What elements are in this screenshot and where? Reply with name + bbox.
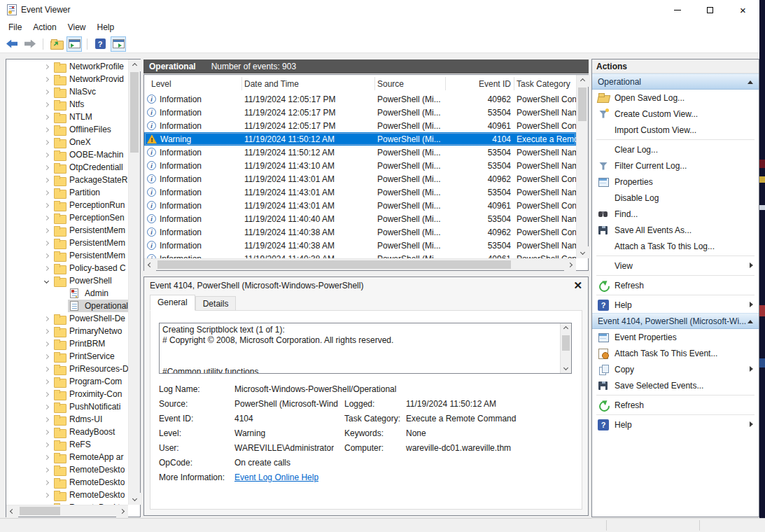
action-item-event-properties[interactable]: Event Properties — [592, 329, 759, 345]
tree-item-persistentmem[interactable]: PersistentMem — [6, 224, 128, 237]
scrollbar-thumb[interactable] — [20, 507, 60, 515]
chevron-right-icon[interactable] — [42, 216, 50, 220]
chevron-right-icon[interactable] — [42, 254, 50, 258]
column-divider[interactable] — [514, 77, 514, 90]
action-item-refresh[interactable]: Refresh — [592, 277, 759, 293]
chevron-right-icon[interactable] — [42, 481, 50, 484]
tree-item-remotedeskto[interactable]: RemoteDeskto — [6, 489, 128, 501]
column-divider[interactable] — [445, 77, 446, 90]
event-row[interactable]: iInformation11/19/2024 11:43:01 AMPowerS… — [144, 199, 576, 212]
tree-item-perceptionsen[interactable]: PerceptionSen — [6, 211, 128, 224]
column-header-eventid[interactable]: Event ID — [448, 75, 511, 92]
event-row[interactable]: iInformation11/19/2024 11:50:12 AMPowerS… — [144, 146, 576, 159]
chevron-right-icon[interactable] — [42, 241, 50, 245]
message-scrollbar[interactable] — [560, 323, 571, 373]
event-row[interactable]: iInformation11/19/2024 11:43:01 AMPowerS… — [144, 186, 576, 199]
action-item-refresh[interactable]: Refresh — [592, 397, 759, 413]
detail-close-icon[interactable]: ✕ — [573, 279, 582, 292]
scroll-down-button[interactable] — [129, 493, 141, 505]
chevron-right-icon[interactable] — [42, 166, 50, 169]
column-header-taskcategory[interactable]: Task Category — [517, 75, 576, 92]
submenu-arrow-icon[interactable] — [750, 302, 753, 307]
event-row[interactable]: iInformation11/19/2024 11:40:38 AMPowerS… — [144, 239, 576, 252]
show-console-tree-button[interactable] — [66, 36, 82, 52]
event-row[interactable]: !Warning11/19/2024 11:50:12 AMPowerShell… — [144, 132, 576, 146]
submenu-arrow-icon[interactable] — [750, 421, 753, 427]
tree-item-readyboost[interactable]: ReadyBoost — [6, 426, 128, 438]
action-item-save-all-events-as[interactable]: Save All Events As... — [592, 222, 759, 238]
action-item-view[interactable]: View — [592, 258, 759, 274]
chevron-right-icon[interactable] — [42, 141, 50, 144]
tree-item-primarynetwo[interactable]: PrimaryNetwo — [6, 325, 128, 337]
action-item-find[interactable]: Find... — [592, 206, 759, 222]
tab-general[interactable]: General — [150, 295, 195, 311]
chevron-right-icon[interactable] — [42, 103, 50, 106]
tree-horizontal-scrollbar[interactable] — [6, 505, 128, 517]
chevron-right-icon[interactable] — [42, 153, 50, 157]
collapse-arrow-icon[interactable] — [748, 320, 753, 323]
action-item-disable-log[interactable]: Disable Log — [592, 190, 759, 206]
action-item-properties[interactable]: Properties — [592, 174, 759, 190]
scroll-right-button[interactable] — [116, 505, 128, 517]
tree-item-oobe-machin[interactable]: OOBE-Machin — [6, 148, 128, 161]
chevron-right-icon[interactable] — [42, 204, 50, 207]
tab-details[interactable]: Details — [195, 296, 237, 311]
chevron-right-icon[interactable] — [42, 191, 50, 195]
tree-item-packagestater[interactable]: PackageStateR — [6, 174, 128, 186]
show-action-pane-button[interactable] — [111, 36, 126, 52]
column-divider[interactable] — [241, 77, 242, 90]
scroll-up-button[interactable] — [561, 323, 571, 334]
column-header-source[interactable]: Source — [377, 75, 444, 92]
action-item-create-custom-view[interactable]: Create Custom View... — [592, 106, 759, 122]
chevron-right-icon[interactable] — [42, 78, 50, 81]
menu-item-view[interactable]: View — [62, 20, 92, 34]
tree-item-nlasvc[interactable]: NlaSvc — [6, 85, 128, 98]
event-row[interactable]: iInformation11/19/2024 12:05:17 PMPowerS… — [144, 119, 576, 132]
help-button[interactable]: ? — [92, 36, 108, 52]
tree-item-pushnotificati[interactable]: PushNotificati — [6, 400, 128, 413]
action-item-save-selected-events[interactable]: Save Selected Events... — [592, 377, 759, 393]
chevron-right-icon[interactable] — [42, 342, 50, 346]
chevron-right-icon[interactable] — [42, 393, 50, 396]
tree-item-proximity-con[interactable]: Proximity-Con — [6, 388, 128, 400]
chevron-right-icon[interactable] — [42, 368, 50, 371]
tree-item-printservice[interactable]: PrintService — [6, 350, 128, 363]
tree-item-partition[interactable]: Partition — [6, 186, 128, 199]
tree-item-ntfs[interactable]: Ntfs — [6, 98, 128, 111]
action-item-import-custom-view[interactable]: Import Custom View... — [592, 122, 759, 138]
chevron-right-icon[interactable] — [42, 229, 50, 232]
chevron-right-icon[interactable] — [42, 178, 50, 182]
scrollbar-thumb[interactable] — [578, 88, 587, 121]
submenu-arrow-icon[interactable] — [750, 366, 753, 372]
actions-section-header[interactable]: Event 4104, PowerShell (Microsoft-Wi... — [592, 313, 759, 329]
tree-item-onex[interactable]: OneX — [6, 136, 128, 148]
scroll-left-button[interactable] — [6, 505, 18, 517]
column-header-level[interactable]: Level — [151, 75, 238, 92]
tree-item-remotedeskto[interactable]: RemoteDeskto — [6, 476, 128, 489]
chevron-right-icon[interactable] — [42, 115, 50, 119]
menu-item-help[interactable]: Help — [92, 20, 120, 34]
tree-item-powershell-de[interactable]: PowerShell-De — [6, 312, 128, 325]
tree-vertical-scrollbar[interactable] — [128, 59, 140, 505]
chevron-right-icon[interactable] — [42, 405, 50, 409]
chevron-down-icon[interactable] — [42, 279, 50, 283]
scroll-left-button[interactable] — [144, 259, 156, 271]
scroll-down-button[interactable] — [561, 363, 571, 373]
tree-item-remotedeskto[interactable]: RemoteDeskto — [6, 463, 128, 476]
tree-item-rdms-ui[interactable]: Rdms-UI — [6, 413, 128, 426]
tree-item-remoteapp-ar[interactable]: RemoteApp ar — [6, 451, 128, 463]
menu-item-action[interactable]: Action — [27, 20, 62, 34]
chevron-right-icon[interactable] — [42, 128, 50, 132]
tree-item-priresources-d[interactable]: PriResources-D — [6, 363, 128, 375]
action-item-attach-a-task-to-this-log[interactable]: Attach a Task To this Log... — [592, 238, 759, 254]
actions-section-header[interactable]: Operational — [592, 74, 759, 90]
event-row[interactable]: iInformation11/19/2024 11:43:01 AMPowerS… — [144, 172, 576, 186]
scroll-down-button[interactable] — [577, 246, 589, 258]
action-item-help[interactable]: ?Help — [592, 416, 759, 433]
tree-item-printbrm[interactable]: PrintBRM — [6, 337, 128, 350]
action-item-clear-log[interactable]: Clear Log... — [592, 141, 759, 158]
forward-button[interactable] — [22, 36, 38, 52]
scroll-right-button[interactable] — [564, 259, 576, 271]
scroll-up-button[interactable] — [577, 75, 589, 87]
event-row[interactable]: iInformation11/19/2024 11:43:10 AMPowerS… — [144, 159, 576, 172]
